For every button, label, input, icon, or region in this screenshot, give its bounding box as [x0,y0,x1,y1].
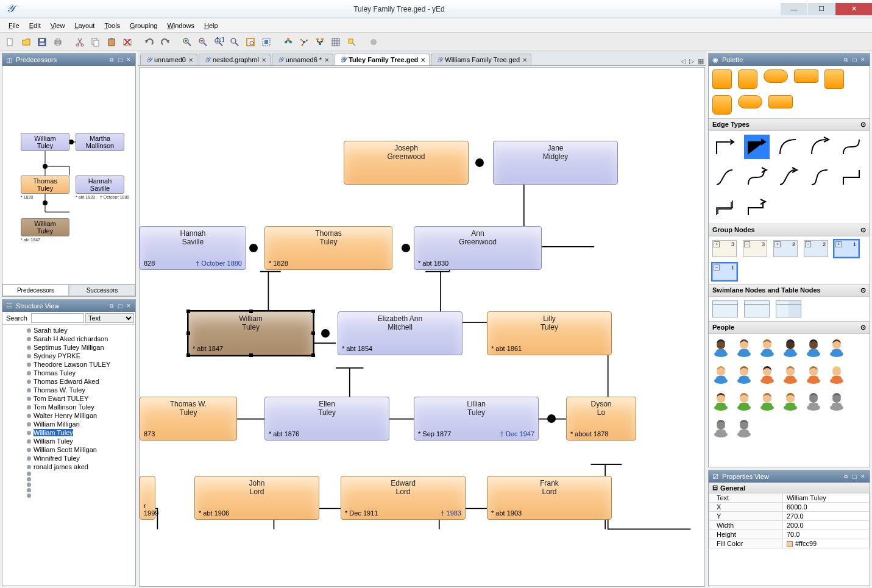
property-value[interactable]: #ffcc99 [782,539,869,548]
person-icon[interactable] [782,364,799,385]
graph-node[interactable]: HannahSaville828† October 1880 [140,226,246,270]
panel-minimize-icon[interactable]: ▢ [850,55,859,64]
selection-handle[interactable] [311,310,315,313]
selection-handle[interactable] [249,310,253,313]
person-icon[interactable] [712,338,729,358]
edge-step[interactable] [839,165,865,190]
graph-node[interactable]: WilliamTuley* abt 1847 [188,311,313,355]
zoom-area-button[interactable] [228,35,241,49]
menu-grouping[interactable]: Grouping [126,20,161,31]
group-node[interactable]: +2 [773,240,798,257]
person-icon[interactable] [828,364,845,385]
person-icon[interactable] [736,338,753,358]
property-row[interactable]: Height70.0 [709,530,870,539]
layout-hierarchic-button[interactable] [282,35,295,49]
menu-edit[interactable]: Edit [26,20,44,31]
graph-node[interactable]: LillyTuley* abt 1861 [487,311,612,355]
document-tab[interactable]: 𝒴unnamed0✕ [140,54,197,65]
tab-close-icon[interactable]: ✕ [188,57,193,63]
panel-dock-icon[interactable]: ⧉ [842,55,850,64]
tree-item[interactable]: Sarah tuley [2,326,135,335]
tab-close-icon[interactable]: ✕ [261,57,266,63]
person-icon[interactable] [828,391,845,412]
tree-item[interactable]: Winnifred Tuley [2,454,135,462]
property-value[interactable]: William Tuley [782,494,869,503]
mini-node[interactable]: WilliamTuley [21,133,69,151]
graph-canvas[interactable]: JosephGreenwoodJaneMidgleyHannahSaville8… [139,67,705,587]
edge-poly[interactable] [712,135,738,159]
layout-orthogonal-button[interactable] [313,35,327,49]
panel-close-icon[interactable]: ✕ [124,302,133,310]
graph-node[interactable]: FrankLord* abt 1903 [487,476,612,520]
document-tab[interactable]: 𝒴Williams Family Tree.ged✕ [431,54,531,65]
graph-node[interactable]: Thomas W.Tuley873 [140,397,237,441]
person-icon[interactable] [736,364,753,385]
shape-square[interactable] [712,69,732,89]
layout-organic-button[interactable] [297,35,311,49]
property-row[interactable]: TextWilliam Tuley [709,494,870,503]
menu-view[interactable]: View [47,20,69,31]
print-button[interactable] [51,35,65,49]
panel-close-icon[interactable]: ✕ [124,55,133,64]
graph-node[interactable]: DysonLo* about 1878 [566,397,636,441]
person-icon[interactable] [782,338,799,358]
selection-handle[interactable] [311,331,315,335]
panel-close-icon[interactable]: ✕ [859,472,867,481]
grid-button[interactable] [329,35,342,49]
person-icon[interactable] [759,364,776,385]
palette-section-edge[interactable]: Edge Types⊙ [709,118,870,131]
panel-minimize-icon[interactable]: ▢ [116,55,124,64]
fit-button[interactable] [244,35,257,49]
graph-node[interactable]: LillianTuley* Sep 1877† Dec 1947 [414,397,539,441]
tree-item[interactable]: William Tuley [2,428,135,437]
tree-item[interactable]: Thomas Tuley [2,369,135,377]
search-input[interactable] [31,313,84,323]
person-icon[interactable] [805,391,822,412]
graph-node[interactable]: AnnGreenwood* abt 1830 [414,226,542,270]
property-value[interactable]: 70.0 [782,530,869,539]
tree-item[interactable]: Tom Ewart TULEY [2,394,135,403]
property-row[interactable]: X6000.0 [709,503,870,512]
mini-node[interactable]: MarthaMallinson [76,133,124,151]
property-value[interactable]: 6000.0 [782,503,869,512]
tree-item[interactable] [2,476,135,482]
property-value[interactable]: 270.0 [782,512,869,521]
save-button[interactable] [35,35,49,49]
property-value[interactable]: 200.0 [782,521,869,530]
table-node[interactable] [776,300,801,317]
person-icon[interactable] [759,391,776,412]
group-node[interactable]: −2 [804,240,828,257]
menu-tools[interactable]: Tools [101,20,124,31]
selection-handle[interactable] [186,353,190,357]
fit-selection-button[interactable] [260,35,273,49]
group-node-selected[interactable]: −1 [712,263,737,280]
shape-square-round[interactable] [712,95,732,115]
delete-button[interactable] [121,35,134,49]
group-node-selected[interactable]: +1 [834,240,859,257]
person-icon[interactable] [828,338,845,358]
extra-button[interactable] [367,35,380,49]
document-tab[interactable]: 𝒴unnamed6 *✕ [272,54,333,65]
snap-button[interactable] [345,35,358,49]
cut-button[interactable] [73,35,87,49]
tree-item[interactable]: Sarah H Aked richardson [2,335,135,343]
tree-item[interactable]: William Scott Milligan [2,445,135,454]
copy-button[interactable] [89,35,102,49]
tree-item[interactable]: Septimus Tuley Milligan [2,343,135,352]
tree-item[interactable] [2,482,135,487]
redo-button[interactable] [158,35,172,49]
group-node[interactable]: −3 [743,240,767,257]
menu-windows[interactable]: Windows [163,20,198,31]
selection-handle[interactable] [249,353,253,357]
panel-minimize-icon[interactable]: ▢ [116,302,124,310]
person-icon[interactable] [805,338,822,358]
selection-handle[interactable] [186,310,190,313]
graph-node[interactable]: JaneMidgley [493,141,618,185]
close-button[interactable]: ✕ [835,3,872,15]
paste-button[interactable] [105,35,118,49]
mini-node[interactable]: WilliamTuley [21,218,69,236]
shape-pill[interactable] [764,69,788,83]
person-icon[interactable] [736,418,753,439]
person-icon[interactable] [782,391,799,412]
panel-dock-icon[interactable]: ⧉ [107,302,116,310]
